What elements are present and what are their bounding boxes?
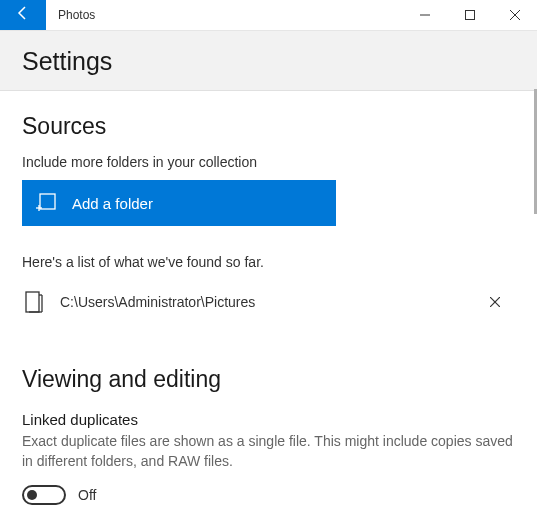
arrow-left-icon xyxy=(15,5,31,25)
maximize-button[interactable] xyxy=(447,0,492,30)
add-folder-icon xyxy=(34,192,56,214)
close-icon xyxy=(490,293,500,311)
linked-duplicates-label: Linked duplicates xyxy=(22,411,515,428)
minimize-icon xyxy=(420,6,430,24)
folder-path: C:\Users\Administrator\Pictures xyxy=(60,294,475,310)
linked-duplicates-state: Off xyxy=(78,487,96,503)
close-button[interactable] xyxy=(492,0,537,30)
add-folder-label: Add a folder xyxy=(72,195,153,212)
section-viewing-heading: Viewing and editing xyxy=(22,366,515,393)
back-button[interactable] xyxy=(0,0,46,30)
folder-row: C:\Users\Administrator\Pictures xyxy=(22,286,515,318)
scrollbar[interactable] xyxy=(532,89,537,519)
close-icon xyxy=(510,6,520,24)
svg-rect-4 xyxy=(40,194,55,209)
linked-duplicates-desc: Exact duplicate files are shown as a sin… xyxy=(22,432,515,471)
folder-icon xyxy=(22,291,46,313)
svg-rect-1 xyxy=(465,11,474,20)
sources-include-text: Include more folders in your collection xyxy=(22,154,515,170)
linked-duplicates-toggle-row: Off xyxy=(22,485,515,505)
titlebar: Photos xyxy=(0,0,537,31)
settings-content: Sources Include more folders in your col… xyxy=(0,91,537,520)
svg-rect-7 xyxy=(26,292,39,312)
linked-duplicates-toggle[interactable] xyxy=(22,485,66,505)
remove-folder-button[interactable] xyxy=(475,293,515,311)
app-header: Settings xyxy=(0,31,537,91)
maximize-icon xyxy=(465,6,475,24)
section-viewing: Viewing and editing Linked duplicates Ex… xyxy=(22,366,515,520)
minimize-button[interactable] xyxy=(402,0,447,30)
section-sources-heading: Sources xyxy=(22,113,515,140)
add-folder-button[interactable]: Add a folder xyxy=(22,180,336,226)
app-title: Photos xyxy=(46,0,402,30)
page-title: Settings xyxy=(22,47,515,76)
window-controls xyxy=(402,0,537,30)
sources-list-hint: Here's a list of what we've found so far… xyxy=(22,254,515,270)
